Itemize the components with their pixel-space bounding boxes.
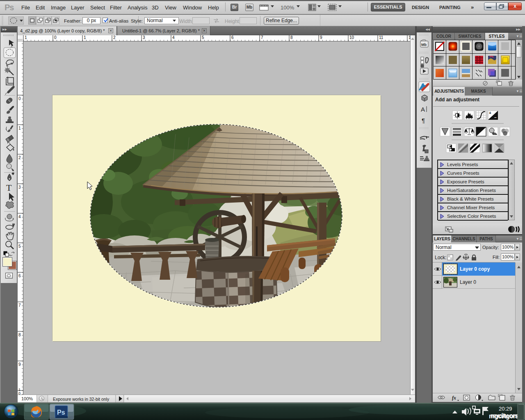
svg-text:9: 9 [320,35,322,40]
svg-text:T: T [6,183,12,193]
svg-text:1: 1 [18,126,21,130]
svg-text:5: 5 [202,35,204,40]
svg-text:8: 8 [18,333,21,337]
svg-text:0: 0 [54,35,57,40]
svg-text:1: 1 [25,35,27,40]
svg-text:7: 7 [18,303,21,308]
svg-text:Mb: Mb [421,43,427,47]
svg-text:1: 1 [84,35,86,40]
svg-text:A: A [421,106,425,113]
svg-text:+: + [489,111,491,115]
svg-text:9: 9 [18,362,21,367]
svg-text:10: 10 [349,35,354,40]
svg-text:fx: fx [452,395,456,401]
svg-text:4: 4 [18,215,21,219]
svg-text:2: 2 [113,35,116,40]
svg-text:Ps: Ps [57,409,65,416]
svg-text:3: 3 [18,185,21,189]
svg-text:20:29: 20:29 [499,406,512,412]
svg-text:–: – [494,115,497,120]
svg-text:0: 0 [18,391,21,395]
svg-text:6: 6 [18,274,21,278]
svg-text:7: 7 [261,35,263,40]
svg-text:6: 6 [231,35,234,40]
svg-text:3: 3 [143,35,145,40]
svg-text:0: 0 [18,96,21,101]
svg-text:¶: ¶ [422,117,425,124]
svg-text:mycitu.ors: mycitu.ors [491,412,518,419]
svg-text:4: 4 [172,35,175,40]
svg-text:11: 11 [379,35,383,40]
svg-text:5: 5 [18,244,21,249]
svg-text:8: 8 [290,35,293,40]
svg-text:2: 2 [18,155,21,160]
